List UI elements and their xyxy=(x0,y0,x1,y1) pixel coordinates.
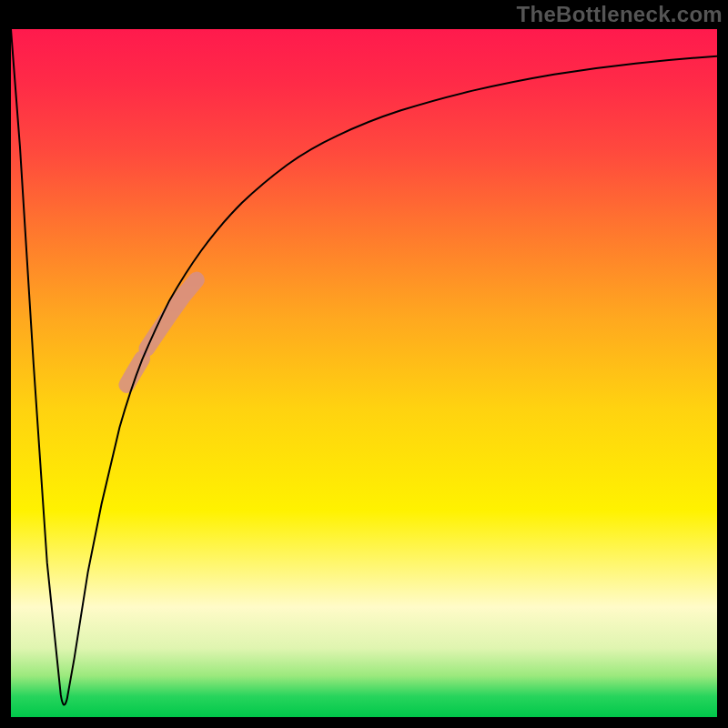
chart-svg xyxy=(11,29,717,717)
chart-frame: TheBottleneck.com xyxy=(0,0,728,728)
highlight-segment-upper xyxy=(147,280,197,349)
watermark-text: TheBottleneck.com xyxy=(517,2,723,27)
bottleneck-curve xyxy=(11,29,717,705)
plot-area xyxy=(9,27,719,719)
